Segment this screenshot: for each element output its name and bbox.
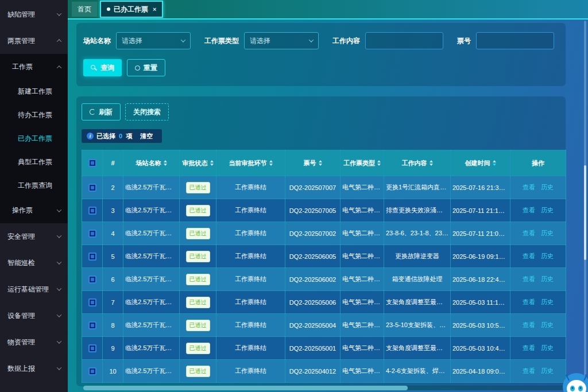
station-name-cell: 临洮2.5万千瓦光伏电.. xyxy=(123,268,180,291)
row-checkbox-cell xyxy=(82,222,103,245)
column-header[interactable]: 审批状态 xyxy=(180,150,216,176)
column-header[interactable]: 场站名称 xyxy=(123,150,180,176)
reset-button[interactable]: 重置 xyxy=(127,59,165,76)
view-link[interactable]: 查看 xyxy=(523,321,535,328)
row-checkbox[interactable] xyxy=(88,253,96,261)
column-header[interactable]: 工作内容 xyxy=(384,150,451,176)
row-checkbox[interactable] xyxy=(88,230,96,238)
row-checkbox-cell xyxy=(82,176,103,199)
sidebar-item-todo-work-ticket[interactable]: 待办工作票 xyxy=(0,103,68,127)
ticket-no-cell: DQ2-202504012 xyxy=(285,360,341,383)
view-link[interactable]: 查看 xyxy=(523,184,535,191)
work-content-cell: 排查更换失效浪涌保护器 xyxy=(384,199,451,222)
clear-selection-link[interactable]: 清空 xyxy=(140,132,153,141)
work-content-label: 工作内容 xyxy=(332,36,360,46)
actions-cell: 查看历史 xyxy=(510,176,566,199)
query-button[interactable]: 查询 xyxy=(83,59,122,76)
search-panel: 场站名称 请选择 工作票类型 请选择 工作内 xyxy=(76,23,566,86)
tab-home[interactable]: 首页 xyxy=(72,2,97,17)
sort-carets-icon[interactable] xyxy=(269,160,273,166)
sort-carets-icon[interactable] xyxy=(164,160,167,166)
vertical-scrollbar[interactable] xyxy=(584,21,586,392)
horizontal-scrollbar-thumb[interactable] xyxy=(83,386,408,390)
sort-carets-icon[interactable] xyxy=(377,160,381,166)
row-checkbox[interactable] xyxy=(88,275,96,284)
tab-close-icon[interactable]: × xyxy=(153,6,156,13)
view-link[interactable]: 查看 xyxy=(523,344,535,351)
view-link[interactable]: 查看 xyxy=(523,367,535,374)
ticket-no-cell: DQ2-202505001 xyxy=(285,337,341,360)
ticket-type-cell: 电气第二种工作票 xyxy=(341,268,384,291)
view-link[interactable]: 查看 xyxy=(523,275,535,282)
history-link[interactable]: 历史 xyxy=(541,367,554,374)
sidebar-item-operation-ticket[interactable]: 操作票 xyxy=(0,197,68,223)
selection-unit: 项 xyxy=(126,132,132,141)
ticket-type-select[interactable]: 请选择 xyxy=(244,32,319,49)
chevron-down-icon xyxy=(57,312,61,317)
sidebar-item-data-report[interactable]: 数据上报 xyxy=(0,355,68,382)
column-header[interactable]: 当前审批环节 xyxy=(216,150,285,176)
sidebar-item-defect-management[interactable]: 缺陷管理 xyxy=(0,1,68,28)
row-index-cell: 2 xyxy=(103,176,123,199)
sidebar-item-operation-basic-management[interactable]: 运行基础管理 xyxy=(0,276,68,302)
view-link[interactable]: 查看 xyxy=(523,230,535,236)
row-checkbox[interactable] xyxy=(88,184,96,192)
tab-done-work-ticket[interactable]: 已办工作票 × xyxy=(100,1,163,18)
view-link[interactable]: 查看 xyxy=(523,298,535,305)
sidebar-item-equipment-management[interactable]: 设备管理 xyxy=(0,302,68,329)
sidebar-item-two-ticket-management[interactable]: 两票管理 xyxy=(0,28,68,54)
history-link[interactable]: 历史 xyxy=(541,275,554,282)
approval-step-cell: 工作票终结 xyxy=(216,314,285,337)
history-link[interactable]: 历史 xyxy=(541,298,554,305)
work-content-input[interactable] xyxy=(365,32,443,49)
row-checkbox[interactable] xyxy=(88,321,96,329)
approval-status-cell: 已通过 xyxy=(180,360,216,383)
horizontal-scrollbar[interactable] xyxy=(83,386,566,390)
close-search-button[interactable]: 关闭搜索 xyxy=(125,103,169,121)
main-area: 首页 已办工作票 × 场站名称 请选择 xyxy=(68,0,588,392)
sidebar-item-work-ticket-query[interactable]: 工作票查询 xyxy=(0,174,68,197)
refresh-button[interactable]: 刷新 xyxy=(82,103,121,121)
station-select[interactable]: 请选择 xyxy=(116,32,191,49)
sidebar-item-typical-work-ticket[interactable]: 典型工作票 xyxy=(0,150,68,174)
history-link[interactable]: 历史 xyxy=(541,230,554,236)
status-badge: 已通过 xyxy=(186,274,210,285)
status-badge: 已通过 xyxy=(186,205,210,216)
assistant-robot-button[interactable] xyxy=(562,371,588,392)
history-link[interactable]: 历史 xyxy=(541,207,554,214)
sidebar-item-safety-management[interactable]: 安全管理 xyxy=(0,223,68,250)
row-checkbox[interactable] xyxy=(88,298,96,306)
history-link[interactable]: 历史 xyxy=(541,184,554,191)
history-link[interactable]: 历史 xyxy=(541,253,554,259)
approval-status-cell: 已通过 xyxy=(180,245,216,268)
ticket-type-cell: 电气第二种工作票 xyxy=(341,314,384,337)
ticket-no-input[interactable] xyxy=(476,32,554,49)
sort-carets-icon[interactable] xyxy=(493,160,496,166)
column-header[interactable]: 票号 xyxy=(285,150,341,176)
row-checkbox[interactable] xyxy=(88,207,96,215)
sort-carets-icon[interactable] xyxy=(210,160,214,166)
view-link[interactable]: 查看 xyxy=(523,207,535,214)
view-link[interactable]: 查看 xyxy=(523,253,535,259)
sidebar-item-material-management[interactable]: 物资管理 xyxy=(0,329,68,355)
work-content-cell: 4-2-6支架拆装、焊接、... xyxy=(384,360,451,383)
sidebar-item-work-ticket[interactable]: 工作票 xyxy=(0,54,68,80)
work-content-cell: 23-8-6、23-1-8、23-1-9... xyxy=(384,222,451,245)
column-header[interactable]: 创建时间 xyxy=(451,150,510,176)
sidebar-item-intelligent-inspection[interactable]: 智能巡检 xyxy=(0,250,68,276)
vertical-scrollbar-thumb[interactable] xyxy=(584,165,586,260)
row-checkbox[interactable] xyxy=(88,367,96,375)
history-link[interactable]: 历史 xyxy=(541,344,554,351)
selection-bar: 已选择 0 项 清空 xyxy=(82,129,162,143)
select-all-checkbox[interactable] xyxy=(88,159,96,167)
ticket-no-cell: DQ2-202505004 xyxy=(285,314,341,337)
sidebar-item-label: 工作票 xyxy=(12,62,33,72)
row-checkbox[interactable] xyxy=(88,344,96,352)
created-time-cell: 2025-07-11 21:10:27 xyxy=(451,199,510,222)
sidebar-item-new-work-ticket[interactable]: 新建工作票 xyxy=(0,80,68,103)
column-header[interactable]: 工作票类型 xyxy=(341,150,384,176)
sort-carets-icon[interactable] xyxy=(319,160,322,166)
sort-carets-icon[interactable] xyxy=(430,160,433,166)
sidebar-item-done-work-ticket[interactable]: 已办工作票 xyxy=(0,127,68,150)
history-link[interactable]: 历史 xyxy=(541,321,554,328)
